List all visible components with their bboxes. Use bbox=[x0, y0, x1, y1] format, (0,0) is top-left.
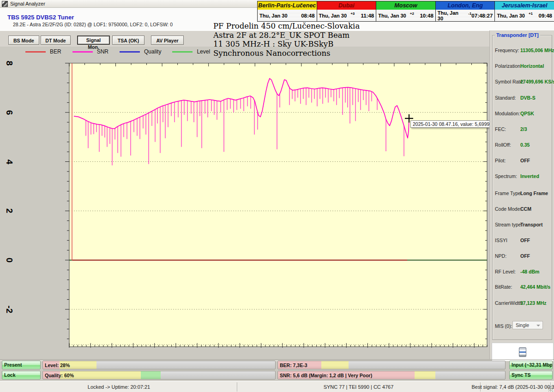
y-tick-label-4: 4 bbox=[4, 155, 14, 168]
annotation-line-3: 11 305 MHz-H : Sky UK-BSkyB bbox=[213, 40, 360, 49]
world-clock-panel: Berlin-Paris-LučenecThu, Jan 3008:48Duba… bbox=[257, 1, 554, 22]
snr-bar: SNR: 5,6 dB (Margin: 1,2 dB | Very Poor) bbox=[277, 371, 506, 380]
transponder-value: -48 dBm bbox=[520, 269, 539, 274]
legend-item-level: Level bbox=[172, 48, 210, 55]
mis-label: MIS (0): bbox=[495, 323, 512, 329]
clock-date: Thu, Jan 30 bbox=[319, 13, 347, 18]
quality-bar-label: Quality: 60% bbox=[45, 373, 74, 378]
app-icon bbox=[2, 1, 8, 7]
tuner-subtitle: 28.2E - Astra 2E/2F/2G (ID: 0282) @ LOF1… bbox=[13, 22, 173, 27]
clock-time-value: 07:48:27 bbox=[471, 13, 493, 18]
tab-av-player[interactable]: AV Player bbox=[151, 36, 184, 45]
transponder-value: CCM bbox=[520, 206, 531, 212]
clock-utc-offset: +2 bbox=[410, 12, 414, 16]
annotation-overlay: PF Prodelin 450 cm/Lučenec-SlovakiaAstra… bbox=[213, 22, 360, 58]
level-bar-label: Level: 28% bbox=[45, 362, 70, 368]
transponder-label: Stream type: bbox=[495, 222, 523, 227]
status-bar: Locked -> Uptime: 20:07:21 SYNC 77 | TEI… bbox=[0, 381, 554, 392]
transponder-value: 11305,006 MHz bbox=[520, 48, 554, 53]
legend-label: Level bbox=[197, 48, 210, 55]
clock-date: Thu, Jan 30 bbox=[378, 13, 406, 18]
transponder-value: 42,464 Mbit/s bbox=[520, 284, 550, 290]
clock-utc-offset: +3 bbox=[350, 12, 355, 16]
clock-date: Thu, Jan 30 bbox=[497, 13, 525, 18]
bar-segment bbox=[141, 371, 161, 379]
transponder-label: ISSYI bbox=[495, 238, 507, 243]
resize-grip[interactable] bbox=[548, 386, 553, 392]
clock-time-row: Thu, Jan 30+210:48 bbox=[376, 10, 435, 21]
transponder-title: Transponder [DT] bbox=[495, 32, 540, 38]
sync-ts-indicator: Sync TS bbox=[509, 371, 553, 380]
transponder-label: Spectrum: bbox=[495, 173, 517, 179]
clock-cell-5: Jerusalem-IsraelThu, Jan 30+109:48 bbox=[495, 1, 554, 21]
quality-bar: Quality: 60% bbox=[42, 371, 276, 380]
clock-cell-3: MoscowThu, Jan 30+210:48 bbox=[376, 1, 435, 21]
y-tick-label--2: -2 bbox=[4, 303, 14, 316]
transponder-label: NPD: bbox=[495, 253, 506, 259]
clock-date: Thu, Jan 30 bbox=[259, 13, 288, 18]
ber-bar: BER: 7,3E-3 bbox=[277, 361, 506, 369]
y-tick-label-6: 6 bbox=[4, 106, 14, 119]
clock-city-label: London, Eng bbox=[436, 1, 495, 10]
transponder-value: Transport bbox=[520, 222, 542, 227]
transponder-label: Frequency: bbox=[495, 48, 519, 53]
transponder-value: QPSK bbox=[520, 111, 534, 116]
annotation-line-4: Synchronous Nanocorrections bbox=[213, 49, 360, 58]
clock-cell-1: Berlin-Paris-LučenecThu, Jan 3008:48 bbox=[258, 1, 317, 21]
transponder-value: 0.35 bbox=[520, 142, 530, 148]
y-tick-label-0: 0 bbox=[4, 254, 14, 267]
legend-swatch bbox=[120, 51, 140, 53]
clock-time-value: 11:48 bbox=[361, 13, 374, 18]
status-uptime: Locked -> Uptime: 20:07:21 bbox=[1, 382, 237, 392]
input-indicator: Input (~32,31 Mbps) bbox=[509, 361, 553, 369]
legend-label: BER bbox=[50, 48, 61, 55]
chart-legend: BERSNRQualityLevel bbox=[25, 48, 210, 55]
clock-utc-offset: +1 bbox=[529, 12, 533, 16]
bar-segment bbox=[415, 371, 435, 379]
annotation-line-1: PF Prodelin 450 cm/Lučenec-Slovakia bbox=[213, 22, 360, 31]
transponder-value: Horizontal bbox=[520, 63, 544, 69]
transponder-label: CarrierWidth: bbox=[495, 300, 524, 306]
clock-cell-2: DubaiThu, Jan 30+311:48 bbox=[317, 1, 376, 21]
transponder-label: Standard: bbox=[495, 95, 516, 101]
tab-bs-mode[interactable]: BS Mode bbox=[8, 36, 39, 45]
window-title: Signal Analyzer bbox=[10, 1, 45, 6]
transponder-label: FEC: bbox=[495, 126, 506, 132]
clock-time-row: Thu, Jan 30+109:48 bbox=[495, 10, 554, 21]
tab-dt-mode[interactable]: DT Mode bbox=[41, 36, 71, 45]
legend-swatch bbox=[72, 51, 93, 53]
clock-date: Thu, Jan 30 bbox=[438, 10, 464, 21]
transponder-value: 2/3 bbox=[520, 126, 527, 132]
clock-cell-4: London, EngThu, Jan 30-107:48:27 bbox=[436, 1, 495, 21]
level-bar: Level: 28% bbox=[42, 361, 276, 369]
clock-time-row: Thu, Jan 30+311:48 bbox=[317, 10, 376, 21]
transponder-value: Inverted bbox=[520, 173, 539, 179]
clock-city-label: Dubai bbox=[317, 1, 376, 10]
tab-tsa-ok[interactable]: TSA (OK) bbox=[112, 36, 145, 45]
clock-city-label: Berlin-Paris-Lučenec bbox=[258, 1, 317, 10]
transponder-label: RollOff: bbox=[495, 142, 511, 148]
plot-area[interactable] bbox=[69, 63, 487, 347]
clock-utc-offset: -1 bbox=[468, 12, 471, 16]
device-icon[interactable] bbox=[519, 347, 526, 357]
device-subpanel bbox=[492, 343, 554, 361]
clock-time-row: Thu, Jan 3008:48 bbox=[258, 10, 317, 21]
mis-dropdown[interactable]: Single bbox=[512, 321, 543, 329]
clock-city-label: Jerusalem-Israel bbox=[495, 1, 554, 10]
tab-signal-mon[interactable]: Signal Mon. bbox=[77, 36, 110, 45]
transponder-label: Code Mode: bbox=[495, 206, 521, 212]
transponder-label: Symbol Rate: bbox=[495, 79, 524, 84]
transponder-value: 37,123 MHz bbox=[520, 300, 547, 306]
transponder-value: OFF bbox=[520, 238, 530, 243]
bar-segment bbox=[321, 361, 349, 369]
clock-time-row: Thu, Jan 30-107:48:27 bbox=[436, 10, 495, 21]
status-best-signal: Best signal: 7,4 dB (2025-01-30 00:33) bbox=[480, 382, 551, 392]
transponder-label: RF Level: bbox=[495, 269, 516, 274]
ber-bar-label: BER: 7,3E-3 bbox=[280, 362, 307, 368]
chevron-down-icon bbox=[536, 325, 540, 327]
status-sync-counts: SYNC 77 | TEI 5990 | CC 4767 bbox=[237, 382, 481, 392]
legend-item-quality: Quality bbox=[120, 48, 161, 55]
signal-chart[interactable] bbox=[60, 60, 492, 350]
present-indicator: Present bbox=[2, 361, 41, 369]
annotation-line-2: Astra 2F at 28.2°E_UK SPOT Beam bbox=[213, 31, 360, 40]
